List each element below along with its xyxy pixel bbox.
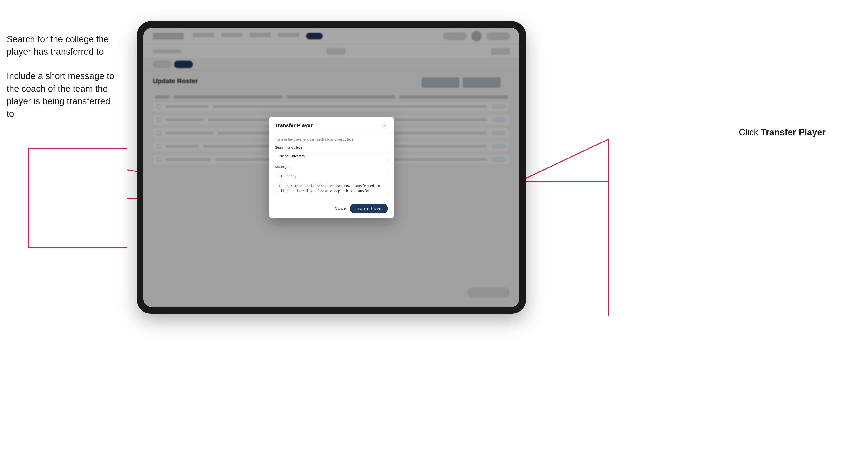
modal-body: Transfer the player and their profile to… bbox=[269, 133, 394, 200]
modal-title: Transfer Player bbox=[275, 122, 312, 129]
modal-subtitle: Transfer the player and their profile to… bbox=[275, 137, 388, 141]
svg-line-2 bbox=[519, 139, 609, 182]
annotation-left: Search for the college the player has tr… bbox=[7, 33, 120, 120]
transfer-player-button[interactable]: Transfer Player bbox=[350, 204, 388, 214]
annotation-right-prefix: Click bbox=[739, 127, 761, 137]
search-college-label: Search for College bbox=[275, 146, 388, 149]
modal-close-button[interactable]: × bbox=[381, 122, 388, 129]
transfer-player-modal: Transfer Player × Transfer the player an… bbox=[269, 117, 394, 218]
modal-header: Transfer Player × bbox=[269, 117, 394, 133]
cancel-button[interactable]: Cancel bbox=[335, 206, 346, 211]
message-textarea[interactable]: Hi Coach, I understand Chris Robertson h… bbox=[275, 170, 388, 194]
annotation-right: Click Transfer Player bbox=[739, 127, 826, 137]
modal-overlay: Transfer Player × Transfer the player an… bbox=[144, 28, 519, 307]
annotation-text-1: Search for the college the player has tr… bbox=[7, 33, 120, 58]
modal-footer: Cancel Transfer Player bbox=[269, 200, 394, 218]
tablet-screen: Update Roster bbox=[144, 28, 519, 307]
tablet-frame: Update Roster bbox=[137, 21, 526, 314]
annotation-text-2: Include a short message to the coach of … bbox=[7, 70, 120, 120]
search-college-input[interactable] bbox=[275, 151, 388, 161]
annotation-right-bold: Transfer Player bbox=[761, 127, 826, 137]
message-label: Message bbox=[275, 165, 388, 168]
